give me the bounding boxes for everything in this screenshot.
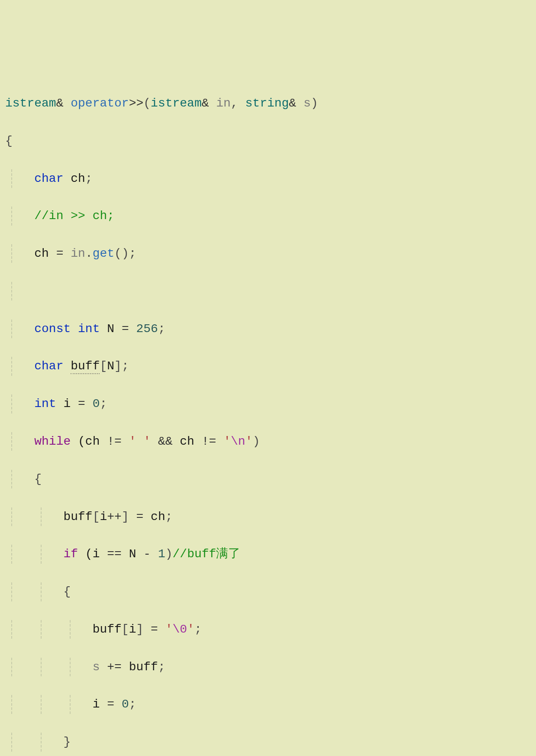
token-amp: & — [289, 97, 304, 110]
indent-guide — [11, 582, 12, 601]
code-line: { — [5, 470, 531, 488]
token-char-quote: ' — [223, 435, 231, 448]
token-var: ch — [34, 247, 56, 260]
token-keyword-control: if — [63, 547, 78, 561]
token-char-quote: ' — [165, 623, 173, 636]
token-punct: ; — [158, 660, 165, 674]
token-var: i — [56, 397, 78, 410]
token-var: i — [129, 623, 136, 636]
token-expr: (ch — [71, 435, 107, 448]
token-punct: ; — [85, 172, 93, 185]
token-op: = — [136, 510, 144, 523]
token-function: get — [93, 247, 114, 260]
code-line: istream& operator>>(istream& in, string&… — [5, 94, 531, 113]
token-char-quote: ' — [187, 623, 194, 636]
token-param: s — [304, 97, 311, 110]
token-var: ch — [173, 435, 202, 448]
token-punct: [ — [122, 623, 129, 636]
token-var: ch — [143, 510, 165, 523]
token-brace: { — [34, 472, 42, 486]
indent-guide — [11, 207, 12, 225]
token-number: 1 — [158, 547, 165, 561]
token-sp — [151, 547, 158, 561]
token-type: istream — [151, 97, 202, 110]
code-line: buff[i] = '\0'; — [5, 620, 531, 639]
token-punct: [ — [93, 510, 100, 523]
token-punct: ; — [100, 397, 107, 410]
token-function: operator — [71, 97, 129, 110]
token-brace: { — [5, 134, 13, 148]
token-brace: { — [63, 585, 71, 598]
indent-guide — [11, 695, 12, 714]
code-editor[interactable]: istream& operator>>(istream& in, string&… — [5, 75, 531, 756]
token-comment: //buff满了 — [173, 547, 241, 561]
code-line — [5, 282, 531, 300]
token-comment: //in >> ch; — [34, 209, 114, 223]
token-var-underline: buff — [71, 359, 100, 374]
token-expr: (i — [78, 547, 107, 561]
indent-guide — [11, 282, 12, 300]
code-line: char buff[N]; — [5, 357, 531, 375]
token-amp: & — [202, 97, 216, 110]
token-sp — [129, 510, 136, 523]
token-punct: () — [114, 247, 129, 260]
token-var: buff — [93, 623, 122, 636]
token-number: 256 — [136, 322, 158, 336]
token-var: buff — [63, 510, 92, 523]
token-punct: [ — [100, 359, 107, 373]
token-sp — [63, 247, 71, 260]
token-escape: \0 — [173, 623, 187, 636]
indent-guide — [70, 695, 71, 714]
token-sp — [216, 435, 223, 448]
indent-guide — [11, 733, 12, 751]
token-var: buff — [122, 660, 158, 674]
indent-guide — [41, 620, 42, 639]
token-op: += — [107, 660, 122, 674]
token-punct: , — [231, 97, 245, 110]
indent-guide — [11, 620, 12, 639]
token-keyword: char — [34, 172, 63, 185]
indent-guide — [11, 244, 12, 263]
token-punct: ; — [129, 698, 136, 711]
token-escape: \n — [231, 435, 245, 448]
token-type: istream — [5, 97, 56, 110]
indent-guide — [41, 582, 42, 601]
indent-guide — [11, 507, 12, 526]
token-var: i — [100, 510, 107, 523]
code-line: i = 0; — [5, 695, 531, 714]
token-punct: ] — [136, 623, 143, 636]
indent-guide — [41, 733, 42, 751]
token-var: ch — [63, 172, 85, 185]
code-line: ch = in.get(); — [5, 244, 531, 263]
token-char-quote: ' — [245, 435, 253, 448]
token-sp — [143, 623, 151, 636]
code-line: char ch; — [5, 169, 531, 188]
token-param: s — [93, 660, 100, 674]
token-op: - — [143, 547, 151, 561]
token-op: && — [158, 435, 173, 448]
code-line: { — [5, 582, 531, 601]
token-var: i — [93, 698, 107, 711]
token-keyword: int — [34, 397, 56, 410]
code-line: while (ch != ' ' && ch != '\n') — [5, 432, 531, 451]
code-line: } — [5, 733, 531, 751]
indent-guide — [70, 620, 71, 639]
token-sp — [158, 623, 165, 636]
token-op: != — [202, 435, 216, 448]
token-op: ++ — [107, 510, 122, 523]
token-punct: ( — [143, 97, 151, 110]
token-punct: ) — [252, 435, 260, 448]
token-brace: } — [63, 735, 71, 749]
token-amp: & — [56, 97, 71, 110]
token-param: in — [71, 247, 85, 260]
indent-guide — [41, 695, 42, 714]
token-op: != — [107, 435, 122, 448]
token-param: in — [216, 97, 231, 110]
indent-guide — [11, 394, 12, 413]
token-sp — [114, 698, 122, 711]
indent-guide — [11, 169, 12, 188]
indent-guide — [11, 357, 12, 375]
code-line: if (i == N - 1)//buff满了 — [5, 545, 531, 563]
token-punct: . — [85, 247, 93, 260]
indent-guide — [41, 658, 42, 676]
